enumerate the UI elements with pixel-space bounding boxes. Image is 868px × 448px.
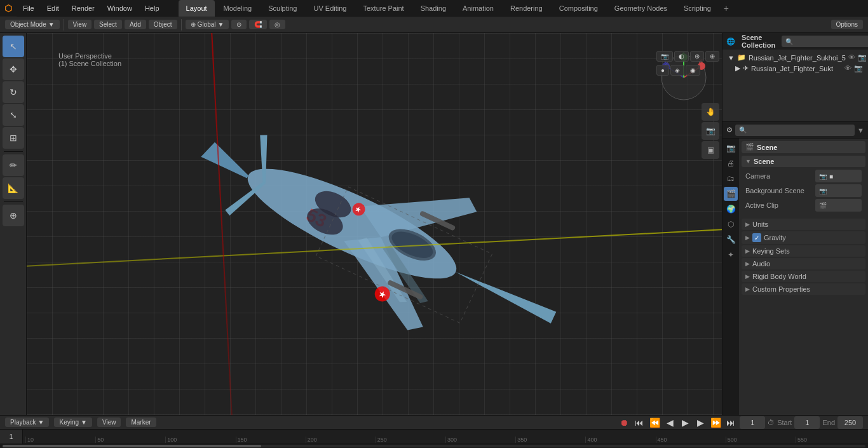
audio-section[interactable]: ▶ Audio	[742, 258, 865, 269]
menu-edit[interactable]: Edit	[41, 0, 65, 17]
render-visibility-icon[interactable]: 📷	[858, 53, 867, 62]
material-shading-btn[interactable]: ◈	[670, 65, 684, 76]
scene-tab-icon[interactable]: 🎬	[724, 187, 738, 201]
output-tab-icon[interactable]: 🖨	[724, 156, 738, 170]
scene-section-header[interactable]: ▼ Scene	[742, 156, 865, 167]
menu-render[interactable]: Render	[65, 0, 101, 17]
menu-window[interactable]: Window	[101, 0, 139, 17]
move-tool[interactable]: ✥	[3, 58, 24, 80]
units-section[interactable]: ▶ Units	[742, 219, 865, 230]
expand-icon: ▼	[728, 54, 735, 62]
mesh-render-icon[interactable]: 📷	[854, 64, 863, 72]
mesh-icon: ✈	[743, 64, 749, 72]
tab-geometry-nodes[interactable]: Geometry Nodes	[607, 0, 675, 17]
modifier-tab-icon[interactable]: 🔧	[724, 233, 738, 247]
camera-prop-row: Camera 📷 ■	[745, 170, 862, 182]
start-frame-input[interactable]: 1	[794, 416, 820, 429]
tab-compositing[interactable]: Compositing	[552, 0, 606, 17]
keying-dropdown[interactable]: Keying ▼	[54, 417, 92, 427]
gizmo-btn[interactable]: ⊕	[705, 51, 719, 62]
camera-view-btn[interactable]: 📷	[702, 122, 719, 140]
object-mode-dropdown[interactable]: Object Mode ▼	[5, 20, 60, 29]
timeline-scrollbar[interactable]	[0, 444, 868, 448]
transform-dropdown[interactable]: ⊕ Global ▼	[186, 20, 229, 29]
playback-dropdown[interactable]: Playback ▼	[5, 417, 49, 427]
measure-tool[interactable]: 📐	[3, 177, 24, 199]
rigid-body-section[interactable]: ▶ Rigid Body World	[742, 271, 865, 282]
tab-layout[interactable]: Layout	[179, 0, 215, 17]
camera-label: Camera	[745, 172, 815, 180]
rotate-tool[interactable]: ↻	[3, 81, 24, 103]
jump-end-btn[interactable]: ⏭	[724, 416, 737, 429]
add-tab-button[interactable]: +	[720, 1, 733, 16]
clock-icon: ⏱	[768, 419, 775, 426]
tab-sculpting[interactable]: Sculpting	[261, 0, 304, 17]
tab-uv-editing[interactable]: UV Editing	[306, 0, 354, 17]
jump-start-btn[interactable]: ⏮	[633, 416, 646, 429]
3d-viewport[interactable]: ★ ★ 53 User Perspective (1) Scene Collec…	[27, 33, 722, 415]
marker-dropdown[interactable]: Marker	[126, 417, 156, 427]
add-object-tool[interactable]: ⊕	[3, 205, 24, 226]
hand-tool-btn[interactable]: 🤚	[702, 103, 719, 121]
tab-shading[interactable]: Shading	[413, 0, 454, 17]
particles-tab-icon[interactable]: ✦	[724, 248, 738, 262]
solid-shading-btn[interactable]: ●	[656, 65, 669, 76]
camera-perspective-btn[interactable]: 📷	[656, 51, 673, 62]
active-clip-value[interactable]: 🎬	[815, 199, 862, 212]
object-menu[interactable]: Object	[149, 20, 177, 29]
viewport-shading-btn[interactable]: ◐	[674, 51, 689, 62]
transform-tool[interactable]: ⊞	[3, 127, 24, 149]
next-frame-btn[interactable]: ▶	[694, 416, 707, 429]
scale-tool[interactable]: ⤡	[3, 104, 24, 126]
world-tab-icon[interactable]: 🌍	[724, 202, 738, 216]
custom-props-section[interactable]: ▶ Custom Properties	[742, 283, 865, 295]
tool-separator-1	[4, 151, 23, 152]
outliner-item-mesh[interactable]: ▶ ✈ Russian_Jet_Fighter_Sukt 👁 📷	[725, 63, 865, 74]
render-tab-icon[interactable]: 📷	[724, 141, 738, 155]
overlay-btn[interactable]: ⊛	[690, 51, 704, 62]
view-dropdown[interactable]: View	[97, 417, 121, 427]
keying-arrow: ▼	[81, 419, 87, 426]
keying-sets-section[interactable]: ▶ Keying Sets	[742, 245, 865, 257]
rendered-btn[interactable]: ◉	[686, 65, 700, 76]
timeline-scrollbar-thumb[interactable]	[3, 445, 261, 447]
proportional-btn[interactable]: ◎	[269, 20, 285, 29]
tab-modeling[interactable]: Modeling	[216, 0, 260, 17]
pivot-btn[interactable]: ⊙	[231, 20, 247, 29]
cursor-tool[interactable]: ↖	[3, 36, 24, 57]
tab-texture-paint[interactable]: Texture Paint	[355, 0, 411, 17]
current-frame-input[interactable]: 1	[740, 416, 765, 429]
outliner-search[interactable]	[782, 36, 868, 47]
visibility-icon[interactable]: 👁	[848, 53, 855, 62]
view-menu[interactable]: View	[68, 20, 92, 29]
next-keyframe-btn[interactable]: ⏩	[709, 416, 722, 429]
properties-filter-btn[interactable]: ▼	[857, 126, 864, 134]
tab-scripting[interactable]: Scripting	[676, 0, 719, 17]
select-menu[interactable]: Select	[94, 20, 122, 29]
end-frame-input[interactable]: 250	[837, 416, 863, 429]
properties-search[interactable]	[735, 125, 855, 136]
record-btn[interactable]: ⏺	[618, 416, 630, 429]
options-btn[interactable]: Options	[831, 20, 863, 29]
camera-value[interactable]: 📷 ■	[815, 170, 862, 182]
menu-file[interactable]: File	[17, 0, 41, 17]
prev-keyframe-btn[interactable]: ⏪	[648, 416, 661, 429]
gravity-section[interactable]: ▶ ✓ Gravity	[742, 231, 865, 244]
mesh-visibility-icon[interactable]: 👁	[844, 64, 851, 72]
add-menu[interactable]: Add	[125, 20, 146, 29]
prev-frame-btn[interactable]: ◀	[663, 416, 676, 429]
play-btn[interactable]: ▶	[679, 416, 691, 429]
background-scene-value[interactable]: 📷	[815, 184, 862, 197]
view-layer-tab-icon[interactable]: 🗂	[724, 172, 738, 186]
timeline-ruler[interactable]: 10 50 100 150 200 250 300 350 400 450 50…	[25, 430, 865, 443]
tab-rendering[interactable]: Rendering	[503, 0, 550, 17]
outliner-item-collection[interactable]: ▼ 📁 Russian_Jet_Fighter_Sukhoi_5 👁 📷	[725, 52, 865, 63]
render-region-btn[interactable]: ▣	[702, 141, 719, 159]
annotate-tool[interactable]: ✏	[3, 154, 24, 176]
snap-btn[interactable]: 🧲	[249, 20, 267, 29]
gravity-checkbox[interactable]: ✓	[752, 233, 761, 242]
tab-animation[interactable]: Animation	[455, 0, 501, 17]
object-tab-icon[interactable]: ⬡	[724, 217, 738, 231]
ruler-mark-0: 10	[25, 437, 95, 443]
menu-help[interactable]: Help	[139, 0, 166, 17]
